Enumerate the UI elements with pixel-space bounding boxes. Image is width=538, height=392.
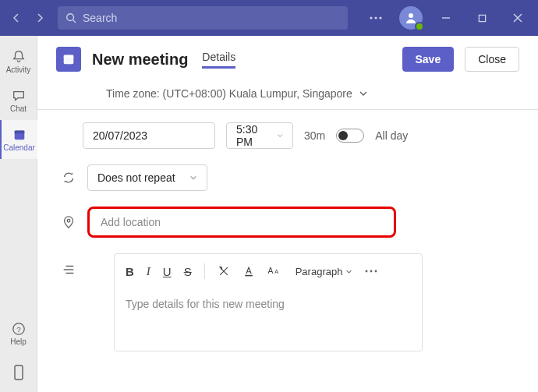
search-input[interactable]: Search <box>58 6 348 30</box>
device-icon <box>13 365 24 380</box>
repeat-select[interactable]: Does not repeat <box>87 164 207 191</box>
location-icon <box>61 215 76 229</box>
paragraph-select[interactable]: Paragraph <box>296 266 353 277</box>
sidebar-item-calendar[interactable]: Calendar <box>0 120 37 159</box>
svg-point-0 <box>67 14 74 21</box>
svg-text:A: A <box>274 268 278 275</box>
timezone-row[interactable]: Time zone: (UTC+08:00) Kuala Lumpur, Sin… <box>37 79 538 110</box>
svg-point-2 <box>370 16 372 19</box>
chat-icon <box>12 89 26 103</box>
bell-icon <box>12 50 26 64</box>
rich-text-editor: B I U S AA <box>114 253 423 351</box>
person-icon <box>405 12 417 24</box>
sidebar-item-label: Help <box>10 337 27 346</box>
sidebar-item-device[interactable] <box>0 353 37 392</box>
sidebar-item-help[interactable]: ? Help <box>0 314 37 353</box>
duration-label: 30m <box>304 129 325 142</box>
svg-point-4 <box>379 16 381 19</box>
presence-badge <box>415 22 424 31</box>
sidebar-item-label: Chat <box>10 104 27 113</box>
sidebar-item-label: Calendar <box>3 143 35 152</box>
list-icon <box>61 263 76 277</box>
svg-point-5 <box>409 13 413 18</box>
repeat-icon <box>61 171 76 185</box>
font-size-button[interactable]: AA <box>267 265 283 277</box>
svg-text:A: A <box>267 267 273 275</box>
strike-button[interactable]: S <box>184 265 192 278</box>
chevron-down-icon <box>189 174 197 182</box>
svg-point-17 <box>67 219 70 222</box>
close-button[interactable]: Close <box>465 47 519 72</box>
page-title: New meeting <box>92 51 188 69</box>
tab-details[interactable]: Details <box>202 51 235 69</box>
timezone-label: Time zone: (UTC+08:00) Kuala Lumpur, Sin… <box>106 87 352 100</box>
location-input[interactable]: Add location <box>87 207 396 238</box>
page-header: New meeting Details Save Close <box>37 36 538 79</box>
sidebar-item-chat[interactable]: Chat <box>0 81 37 120</box>
forward-button[interactable] <box>28 6 51 30</box>
editor-body[interactable]: Type details for this new meeting <box>115 288 422 351</box>
svg-text:?: ? <box>16 324 21 333</box>
maximize-button[interactable] <box>466 2 497 34</box>
location-row: Add location <box>56 207 519 238</box>
editor-placeholder: Type details for this new meeting <box>126 298 285 310</box>
underline-button[interactable]: U <box>163 265 172 278</box>
allday-toggle[interactable] <box>336 129 364 143</box>
chevron-down-icon <box>345 268 352 275</box>
repeat-row: Does not repeat <box>56 164 519 191</box>
date-input[interactable]: 20/07/2023 <box>83 122 215 149</box>
sidebar-item-activity[interactable]: Activity <box>0 42 37 81</box>
sidebar-item-label: Activity <box>6 65 31 74</box>
datetime-row: 20/07/2023 5:30 PM 30m All day <box>56 122 519 149</box>
bold-button[interactable]: B <box>126 265 134 278</box>
svg-rect-7 <box>479 15 485 21</box>
toolbar-more-button[interactable] <box>365 270 377 273</box>
italic-button[interactable]: I <box>147 265 150 278</box>
more-button[interactable] <box>360 2 391 34</box>
sidebar: Activity Chat Calendar ? Help <box>0 36 37 392</box>
svg-point-3 <box>374 16 377 19</box>
svg-line-1 <box>73 20 76 23</box>
back-button[interactable] <box>5 6 28 30</box>
chevron-down-icon <box>277 132 283 139</box>
time-input[interactable]: 5:30 PM <box>226 122 293 149</box>
search-placeholder: Search <box>83 12 117 24</box>
minimize-button[interactable] <box>430 2 462 34</box>
avatar[interactable] <box>399 6 423 30</box>
location-placeholder: Add location <box>101 216 161 228</box>
search-icon <box>65 12 76 23</box>
svg-point-25 <box>370 270 373 273</box>
help-icon: ? <box>12 322 26 336</box>
highlight-button[interactable] <box>218 265 230 277</box>
titlebar: Search <box>0 0 538 36</box>
editor-toolbar: B I U S AA <box>115 254 422 288</box>
save-button[interactable]: Save <box>402 47 455 72</box>
svg-rect-14 <box>15 366 23 380</box>
svg-rect-16 <box>64 55 74 58</box>
svg-rect-11 <box>14 130 24 133</box>
close-window-button[interactable] <box>502 2 533 34</box>
font-color-button[interactable] <box>242 265 255 277</box>
chevron-down-icon <box>359 89 368 98</box>
allday-label: All day <box>375 129 408 142</box>
calendar-icon <box>12 128 27 142</box>
svg-point-24 <box>366 270 368 273</box>
calendar-badge-icon <box>56 47 81 72</box>
svg-point-26 <box>375 270 377 273</box>
description-row: B I U S AA <box>56 253 519 351</box>
